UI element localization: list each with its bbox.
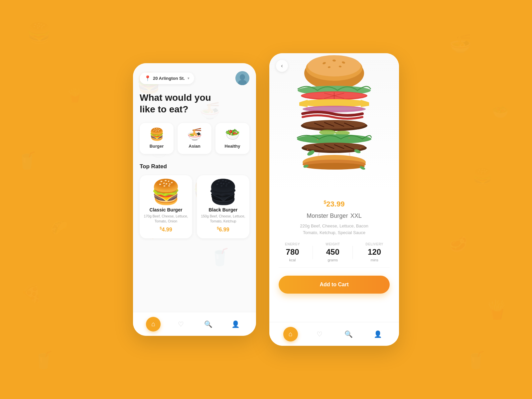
category-label-burger: Burger xyxy=(150,144,164,149)
svg-text:🍟: 🍟 xyxy=(66,87,83,103)
price-value: 23.99 xyxy=(326,200,344,208)
svg-point-19 xyxy=(240,74,245,80)
location-pill[interactable]: 📍 20 Arlington St. ▾ xyxy=(140,72,194,84)
nutrition-delivery: DELIVERY 120 mins xyxy=(365,242,383,262)
energy-label: ENERGY xyxy=(285,242,300,246)
classic-burger-price: $4.99 xyxy=(160,226,172,233)
delivery-value: 120 xyxy=(368,247,381,257)
svg-text:🥤: 🥤 xyxy=(466,350,486,370)
svg-text:🍕: 🍕 xyxy=(20,282,43,304)
back-button[interactable]: ‹ xyxy=(276,60,288,72)
svg-point-39 xyxy=(306,106,362,111)
svg-marker-36 xyxy=(299,100,308,107)
classic-burger-name: Classic Burger xyxy=(150,207,183,212)
category-label-asian: Asian xyxy=(189,144,200,149)
product-price: $23.99 xyxy=(279,200,390,208)
weight-value: 450 xyxy=(326,247,339,257)
nutrition-energy: ENERGY 780 kcal xyxy=(285,242,300,262)
svg-text:🥩: 🥩 xyxy=(449,235,468,253)
black-burger-image: 🍔 xyxy=(208,180,238,204)
burger-icon: 🍔 xyxy=(149,128,164,140)
location-address: 20 Arlington St. xyxy=(153,76,185,81)
svg-marker-37 xyxy=(361,100,369,107)
nutrition-weight: WEIGHT 450 grams xyxy=(326,242,340,262)
add-to-cart-button[interactable]: Add to Cart xyxy=(279,276,390,294)
black-burger-price: $6.99 xyxy=(217,226,229,233)
product-description: 220g Beef, Cheese, Lettuce, Bacon Tomato… xyxy=(279,223,390,236)
location-caret-icon: ▾ xyxy=(188,76,190,80)
svg-point-23 xyxy=(308,55,361,76)
svg-text:🥤: 🥤 xyxy=(33,350,54,370)
nav-profile-button[interactable]: 👤 xyxy=(228,317,243,332)
category-card-burger[interactable]: 🍔 Burger xyxy=(140,123,174,154)
divider-2 xyxy=(352,246,353,259)
svg-text:🍔: 🍔 xyxy=(472,167,493,187)
svg-point-64 xyxy=(307,149,308,150)
headline: What would you like to eat? xyxy=(140,92,249,115)
black-burger-desc: 150g Beef, Cheese, Lettuce, Tomato, Ketc… xyxy=(201,214,245,223)
nav-home-button[interactable]: ⌂ xyxy=(146,317,161,332)
energy-unit: kcal xyxy=(289,258,296,262)
svg-text:🥗: 🥗 xyxy=(492,104,509,120)
svg-point-57 xyxy=(304,163,365,170)
svg-text:🥤: 🥤 xyxy=(17,151,38,171)
svg-text:🍜: 🍜 xyxy=(449,33,472,55)
phone-2-product-info: $23.99 Monster Burger XXL 220g Beef, Che… xyxy=(269,193,399,322)
phone-1-bottom-nav: ⌂ ♡ 🔍 👤 xyxy=(133,312,256,336)
food-cards-row: 🍔 Classic Burger 170g Beef, Cheese, Lett… xyxy=(140,175,249,238)
delivery-label: DELIVERY xyxy=(365,242,383,246)
section-title-top-rated: Top Rated xyxy=(140,163,249,170)
svg-point-62 xyxy=(317,139,318,140)
classic-burger-desc: 170g Beef, Cheese, Lettuce, Tomato, Onio… xyxy=(144,214,188,223)
nav-search-button[interactable]: 🔍 xyxy=(201,317,215,332)
svg-text:🌮: 🌮 xyxy=(50,219,69,237)
svg-text:🍟: 🍟 xyxy=(485,299,508,321)
delivery-unit: mins xyxy=(371,258,378,262)
phone-2: ‹ xyxy=(269,53,399,346)
phone2-nav-profile-button[interactable]: 👤 xyxy=(370,327,385,341)
svg-point-46 xyxy=(319,130,336,135)
phone-2-hero: ‹ xyxy=(269,53,399,193)
svg-point-63 xyxy=(349,138,350,139)
product-size: XXL xyxy=(350,212,362,219)
svg-point-41 xyxy=(303,120,366,129)
divider-1 xyxy=(313,246,313,259)
weight-unit: grams xyxy=(328,258,338,262)
phone-1: 🍔 🍜 🥗 🍔 🍕 🥤 📍 20 Arlington St. ▾ xyxy=(133,63,256,336)
energy-value: 780 xyxy=(286,247,299,257)
user-avatar[interactable] xyxy=(235,71,249,85)
svg-point-65 xyxy=(360,148,361,149)
asian-icon: 🍜 xyxy=(187,128,202,140)
category-label-healthy: Healthy xyxy=(225,144,240,149)
healthy-icon: 🥗 xyxy=(225,128,240,140)
categories-row: 🍔 Burger 🍜 Asian 🥗 Healthy xyxy=(140,123,249,154)
product-name: Monster Burger XXL xyxy=(279,210,390,220)
svg-text:🥤: 🥤 xyxy=(209,247,230,267)
phone2-nav-search-button[interactable]: 🔍 xyxy=(341,327,356,341)
header-row: 📍 20 Arlington St. ▾ xyxy=(140,71,249,85)
classic-burger-image: 🍔 xyxy=(151,180,181,204)
phones-container: 🍔 🍜 🥗 🍔 🍕 🥤 📍 20 Arlington St. ▾ xyxy=(133,53,399,346)
phone2-nav-favorites-button[interactable]: ♡ xyxy=(312,327,327,341)
phone2-nav-home-button[interactable]: ⌂ xyxy=(283,327,298,341)
stacked-burger-image xyxy=(291,53,377,186)
svg-text:🍔: 🍔 xyxy=(27,21,52,45)
phone-1-content: 🍔 🍜 🥗 🍔 🍕 🥤 📍 20 Arlington St. ▾ xyxy=(133,63,256,312)
nav-favorites-button[interactable]: ♡ xyxy=(174,317,188,332)
phone-2-bottom-nav: ⌂ ♡ 🔍 👤 xyxy=(269,322,399,346)
food-card-black[interactable]: 🍔 Black Burger 150g Beef, Cheese, Lettuc… xyxy=(197,175,249,238)
location-pin-icon: 📍 xyxy=(144,75,151,81)
weight-label: WEIGHT xyxy=(326,242,340,246)
category-card-asian[interactable]: 🍜 Asian xyxy=(178,123,211,154)
black-burger-name: Black Burger xyxy=(208,207,237,212)
category-card-healthy[interactable]: 🥗 Healthy xyxy=(215,123,249,154)
nutrition-row: ENERGY 780 kcal WEIGHT 450 grams DELIVER… xyxy=(279,242,390,268)
food-card-classic[interactable]: 🍔 Classic Burger 170g Beef, Cheese, Lett… xyxy=(140,175,192,238)
